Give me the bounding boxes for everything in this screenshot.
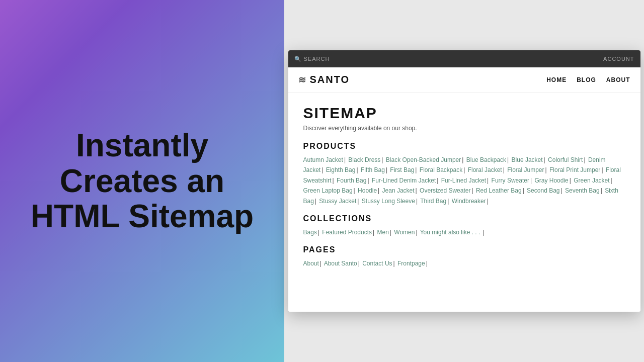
section-pages-title: PAGES <box>303 245 625 254</box>
store-nav: ≋ SANTO HOME BLOG ABOUT <box>288 67 640 93</box>
product-link[interactable]: Autumn Jacket <box>303 156 343 163</box>
nav-blog[interactable]: BLOG <box>577 76 596 83</box>
page-title: SITEMAP <box>303 105 625 122</box>
page-link[interactable]: About Santo <box>324 260 357 267</box>
product-link[interactable]: Fifth Bag <box>361 166 385 173</box>
nav-home[interactable]: HOME <box>546 76 567 83</box>
page-subtitle: Discover everything available on our sho… <box>303 125 625 132</box>
account-label: ACCOUNT <box>603 56 634 62</box>
product-link[interactable]: Red Leather Bag <box>476 187 522 194</box>
product-link[interactable]: Blue Backpack <box>466 156 506 163</box>
browser-topbar: 🔍 SEARCH ACCOUNT <box>288 50 640 67</box>
nav-links: HOME BLOG ABOUT <box>546 76 630 83</box>
right-panel: 🔍 SEARCH ACCOUNT ≋ SANTO HOME BLOG ABOUT… <box>284 0 644 362</box>
product-link[interactable]: Blue Jacket <box>512 156 543 163</box>
left-panel: Instantly Creates an HTML Sitemap <box>0 0 284 362</box>
collections-links: Bags| Featured Products| Men| Women| You… <box>303 227 625 237</box>
search-icon: 🔍 <box>294 56 301 62</box>
product-link[interactable]: Floral Jacket <box>468 166 502 173</box>
section-collections-title: COLLECTIONS <box>303 214 625 223</box>
product-link[interactable]: Third Bag <box>420 198 446 205</box>
product-link[interactable]: Stussy Long Sleeve <box>362 198 415 205</box>
search-label: SEARCH <box>304 56 330 62</box>
page-link[interactable]: Contact Us <box>362 260 392 267</box>
product-link[interactable]: Colorful Shirt <box>548 156 583 163</box>
collection-link[interactable]: You might also like . . . <box>420 229 482 236</box>
page-link[interactable]: Frontpage <box>397 260 425 267</box>
product-link[interactable]: Fur-Lined Jacket <box>441 177 486 184</box>
product-link[interactable]: Floral Print Jumper <box>549 166 600 173</box>
product-link[interactable]: Furry Sweater <box>492 177 529 184</box>
content-area: SITEMAP Discover everything available on… <box>288 93 640 312</box>
product-link[interactable]: Windbreaker <box>452 198 486 205</box>
product-link[interactable]: Black Open-Backed Jumper <box>386 156 461 163</box>
product-link[interactable]: Floral Jumper <box>507 166 544 173</box>
product-link[interactable]: Fourth Bag <box>337 177 366 184</box>
section-products-title: PRODUCTS <box>303 142 625 151</box>
product-link[interactable]: Black Dress <box>348 156 380 163</box>
product-link[interactable]: Seventh Bag <box>565 187 600 194</box>
product-link[interactable]: Floral Backpack <box>420 166 462 173</box>
product-link[interactable]: Second Bag <box>527 187 559 194</box>
store-logo[interactable]: ≋ SANTO <box>298 74 350 85</box>
product-link[interactable]: First Bag <box>390 166 414 173</box>
nav-about[interactable]: ABOUT <box>606 76 630 83</box>
collection-link[interactable]: Men <box>377 229 389 236</box>
product-link[interactable]: Stussy Jacket <box>319 198 356 205</box>
products-links: Autumn Jacket| Black Dress| Black Open-B… <box>303 155 625 206</box>
browser-window: 🔍 SEARCH ACCOUNT ≋ SANTO HOME BLOG ABOUT… <box>288 50 640 312</box>
search-area[interactable]: 🔍 SEARCH <box>294 56 330 62</box>
product-link[interactable]: Eighth Bag <box>326 166 356 173</box>
product-link[interactable]: Fur-Lined Denim Jacket <box>372 177 436 184</box>
product-link[interactable]: Green Jacket <box>574 177 609 184</box>
product-link[interactable]: Oversized Sweater <box>420 187 470 194</box>
collection-link[interactable]: Bags <box>303 229 317 236</box>
product-link[interactable]: Hoodie <box>358 187 377 194</box>
logo-text: SANTO <box>310 74 350 85</box>
hero-headline: Instantly Creates an HTML Sitemap <box>22 128 263 234</box>
logo-icon: ≋ <box>298 74 307 85</box>
collection-link[interactable]: Featured Products <box>322 229 372 236</box>
page-link[interactable]: About <box>303 260 319 267</box>
collection-link[interactable]: Women <box>394 229 415 236</box>
product-link[interactable]: Gray Hoodie <box>534 177 568 184</box>
pages-links: About| About Santo| Contact Us| Frontpag… <box>303 258 625 268</box>
product-link[interactable]: Green Laptop Bag <box>303 187 353 194</box>
product-link[interactable]: Jean Jacket <box>382 187 415 194</box>
